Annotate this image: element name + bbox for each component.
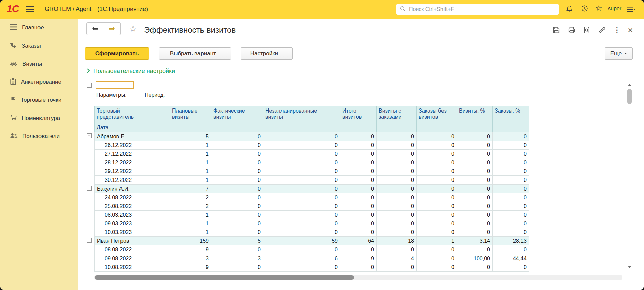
date-column-header[interactable]: Дата [95, 123, 170, 132]
column-header[interactable]: Фактические визиты [211, 106, 263, 132]
detail-date-row[interactable]: 08.08.202290000000 [95, 245, 529, 254]
value-cell[interactable]: 0 [417, 193, 457, 202]
scroll-down-arrow[interactable] [627, 264, 632, 270]
value-cell[interactable]: 0 [377, 263, 417, 272]
value-cell[interactable]: 9 [170, 263, 211, 272]
group-name-cell[interactable]: Иван Петров [95, 237, 170, 245]
value-cell[interactable]: 0 [457, 176, 493, 185]
vertical-scroll-thumb[interactable] [627, 89, 632, 104]
value-cell[interactable]: 0 [457, 167, 493, 176]
value-cell[interactable]: 0 [211, 158, 263, 167]
settings-button[interactable]: Настройки... [241, 47, 293, 60]
value-cell[interactable]: 0 [211, 219, 263, 228]
sidebar-item-visits[interactable]: Визиты [0, 55, 78, 73]
date-cell[interactable]: 09.08.2022 [95, 254, 170, 263]
value-cell[interactable]: 0 [340, 219, 377, 228]
group-total-cell[interactable]: 3,14 [457, 237, 493, 245]
date-cell[interactable]: 30.12.2022 [95, 176, 170, 185]
search-input[interactable] [408, 6, 555, 13]
value-cell[interactable]: 0 [211, 263, 263, 272]
value-cell[interactable]: 0 [417, 211, 457, 219]
notifications-bell-icon[interactable] [566, 5, 573, 14]
vertical-scrollbar[interactable] [627, 82, 632, 270]
value-cell[interactable]: 1 [170, 228, 211, 237]
value-cell[interactable]: 0 [417, 263, 457, 272]
value-cell[interactable]: 0 [377, 167, 417, 176]
sidebar-item-nomenclature[interactable]: Номенклатура [0, 109, 78, 127]
value-cell[interactable]: 0 [377, 219, 417, 228]
collapse-group-button[interactable]: − [87, 186, 92, 191]
close-icon[interactable]: × [626, 26, 634, 34]
column-header[interactable]: Визиты, % [457, 106, 493, 132]
detail-date-row[interactable]: 09.08.2022336940100,0044,44 [95, 254, 529, 263]
link-icon[interactable] [598, 26, 606, 34]
value-cell[interactable]: 2 [170, 193, 211, 202]
value-cell[interactable]: 0 [493, 141, 529, 150]
value-cell[interactable]: 0 [493, 219, 529, 228]
preview-icon[interactable] [583, 26, 591, 34]
current-user-label[interactable]: super [608, 6, 621, 12]
group-name-cell[interactable]: Бакулин А.И. [95, 185, 170, 193]
value-cell[interactable]: 0 [493, 150, 529, 158]
value-cell[interactable]: 0 [263, 211, 340, 219]
value-cell[interactable]: 0 [263, 245, 340, 254]
date-cell[interactable]: 29.12.2022 [95, 167, 170, 176]
value-cell[interactable]: 0 [377, 211, 417, 219]
value-cell[interactable]: 1 [170, 176, 211, 185]
value-cell[interactable]: 0 [377, 150, 417, 158]
detail-date-row[interactable]: 26.12.202210000000 [95, 141, 529, 150]
group-total-cell[interactable]: 0 [377, 132, 417, 141]
value-cell[interactable]: 0 [263, 193, 340, 202]
group-total-cell[interactable]: 0 [211, 132, 263, 141]
value-cell[interactable]: 0 [417, 245, 457, 254]
value-cell[interactable]: 0 [493, 245, 529, 254]
value-cell[interactable]: 0 [263, 150, 340, 158]
sidebar-item-orders[interactable]: Заказы [0, 37, 78, 55]
date-cell[interactable]: 26.12.2022 [95, 141, 170, 150]
value-cell[interactable]: 0 [417, 141, 457, 150]
value-cell[interactable]: 0 [340, 176, 377, 185]
value-cell[interactable]: 6 [263, 254, 340, 263]
detail-date-row[interactable]: 28.12.202210000000 [95, 158, 529, 167]
group-total-cell[interactable]: 5 [170, 132, 211, 141]
group-total-cell[interactable]: 0 [340, 185, 377, 193]
value-cell[interactable]: 0 [417, 202, 457, 211]
value-cell[interactable]: 1 [170, 150, 211, 158]
value-cell[interactable]: 0 [263, 141, 340, 150]
collapse-group-button[interactable]: − [87, 133, 92, 138]
date-cell[interactable]: 08.08.2022 [95, 245, 170, 254]
more-button[interactable]: Еще [605, 47, 633, 60]
value-cell[interactable]: 0 [377, 202, 417, 211]
value-cell[interactable]: 1 [170, 211, 211, 219]
group-total-cell[interactable]: 0 [263, 185, 340, 193]
save-icon[interactable] [552, 26, 560, 34]
value-cell[interactable]: 0 [417, 167, 457, 176]
value-cell[interactable]: 0 [211, 193, 263, 202]
group-total-cell[interactable]: 0 [417, 132, 457, 141]
group-total-row[interactable]: Бакулин А.И.70000000 [95, 185, 529, 193]
date-cell[interactable]: 08.03.2023 [95, 211, 170, 219]
value-cell[interactable]: 0 [493, 193, 529, 202]
value-cell[interactable]: 0 [263, 176, 340, 185]
value-cell[interactable]: 0 [457, 245, 493, 254]
value-cell[interactable]: 0 [493, 228, 529, 237]
value-cell[interactable]: 4 [377, 254, 417, 263]
column-header[interactable]: Незапланированные визиты [263, 106, 340, 132]
detail-date-row[interactable]: 27.12.202210000000 [95, 150, 529, 158]
value-cell[interactable]: 0 [340, 263, 377, 272]
value-cell[interactable]: 0 [211, 150, 263, 158]
group-total-cell[interactable]: 0 [493, 132, 529, 141]
value-cell[interactable]: 0 [417, 228, 457, 237]
column-header[interactable]: Плановые визиты [170, 106, 211, 132]
value-cell[interactable]: 0 [263, 219, 340, 228]
value-cell[interactable]: 0 [263, 158, 340, 167]
group-total-cell[interactable]: 18 [377, 237, 417, 245]
group-total-cell[interactable]: 5 [211, 237, 263, 245]
group-total-row[interactable]: Абрамов Е.50000000 [95, 132, 529, 141]
sidebar-item-main[interactable]: Главное [0, 19, 78, 37]
value-cell[interactable]: 0 [377, 158, 417, 167]
value-cell[interactable]: 0 [211, 211, 263, 219]
user-settings-expander[interactable]: Пользовательские настройки [87, 68, 175, 75]
detail-date-row[interactable]: 10.08.202290000000 [95, 263, 529, 272]
value-cell[interactable]: 0 [211, 176, 263, 185]
